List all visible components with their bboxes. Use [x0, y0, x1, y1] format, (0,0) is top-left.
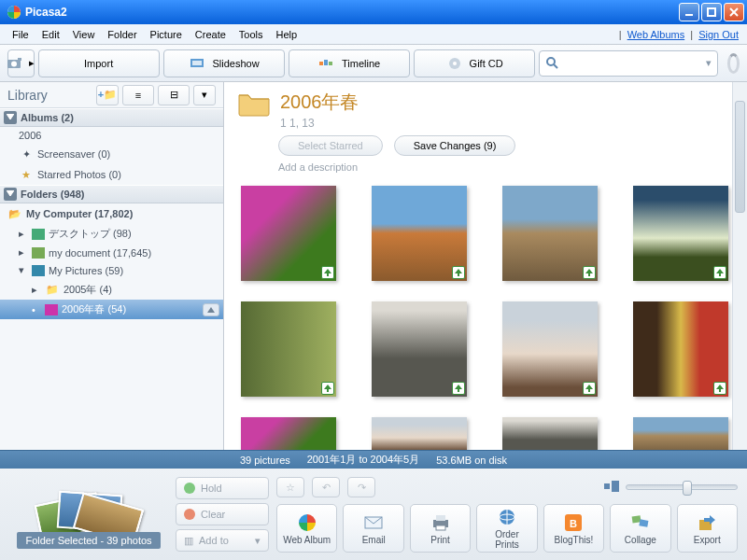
- collage-icon: [630, 512, 651, 533]
- collage-button[interactable]: Collage: [610, 504, 670, 553]
- photo-thumbnail[interactable]: [502, 417, 598, 450]
- photo-thumbnail[interactable]: [372, 301, 467, 397]
- sign-out-link[interactable]: Sign Out: [698, 29, 739, 40]
- disclosure-down-icon: [4, 111, 17, 124]
- chevron-right-icon: ▸: [19, 228, 28, 240]
- menu-create[interactable]: Create: [189, 27, 233, 42]
- sidebar-options-button[interactable]: ▾: [193, 85, 216, 105]
- close-button[interactable]: [724, 3, 744, 21]
- webalbum-button[interactable]: Web Album: [276, 504, 337, 553]
- photo-tray[interactable]: Folder Selected - 39 photos: [9, 474, 168, 554]
- albums-header-label: Albums (2): [21, 112, 74, 123]
- photo-thumbnail[interactable]: [502, 301, 598, 397]
- photo-thumbnail[interactable]: [241, 417, 336, 450]
- search-box[interactable]: ▾: [539, 50, 718, 77]
- tree-2006spring[interactable]: • 2006年春 (54): [0, 300, 223, 319]
- giftcd-button[interactable]: Gift CD: [414, 49, 535, 77]
- import-device-button[interactable]: ▸: [7, 49, 35, 77]
- tree-mydocument[interactable]: ▸ my document (17,645): [0, 244, 223, 261]
- print-button[interactable]: Print: [410, 504, 471, 553]
- search-input[interactable]: [562, 57, 702, 70]
- minimize-button[interactable]: [679, 3, 699, 21]
- photo-thumbnail[interactable]: [633, 417, 728, 450]
- upload-badge-icon: [583, 382, 596, 395]
- slideshow-button[interactable]: Slideshow: [163, 49, 285, 77]
- view-tree-button[interactable]: ⊟: [158, 85, 190, 105]
- album-year-item[interactable]: 2006: [0, 127, 223, 144]
- star-button[interactable]: ☆: [276, 477, 304, 497]
- view-flat-button[interactable]: ≡: [122, 85, 154, 105]
- folder-icon: 📁: [45, 282, 60, 297]
- timeline-button[interactable]: Timeline: [289, 49, 410, 77]
- menu-tools[interactable]: Tools: [233, 27, 270, 42]
- order-prints-button[interactable]: Order Prints: [476, 504, 537, 553]
- rotate-cw-button[interactable]: ↷: [347, 477, 375, 497]
- email-button[interactable]: Email: [343, 504, 403, 553]
- tree-my-computer[interactable]: 📂 My Computer (17,802): [0, 203, 223, 224]
- photo-thumbnail[interactable]: [372, 417, 467, 450]
- photo-thumbnail[interactable]: [633, 186, 728, 281]
- btn-label: Clear: [201, 509, 225, 520]
- svg-rect-39: [631, 515, 641, 523]
- albums-section-header[interactable]: Albums (2): [0, 108, 223, 127]
- btn-label: Add to: [199, 535, 229, 546]
- menu-folder[interactable]: Folder: [101, 27, 143, 42]
- save-changes-button[interactable]: Save Changes (9): [394, 135, 516, 156]
- svg-marker-17: [7, 114, 14, 119]
- tree-mypictures[interactable]: ▾ My Pictures (59): [0, 261, 223, 279]
- list-icon: ≡: [135, 90, 141, 101]
- maximize-button[interactable]: [701, 3, 722, 21]
- svg-marker-23: [716, 269, 724, 276]
- svg-marker-18: [7, 190, 14, 196]
- clear-button[interactable]: Clear: [176, 503, 269, 525]
- tree-2005[interactable]: ▸ 📁 2005年 (4): [0, 279, 223, 300]
- chevron-down-icon[interactable]: ▾: [706, 57, 712, 69]
- photo-thumbnail[interactable]: [502, 186, 598, 281]
- folder-description[interactable]: Add a description: [224, 161, 747, 182]
- timeline-label: Timeline: [342, 58, 380, 69]
- menu-file[interactable]: File: [6, 27, 35, 42]
- header-links: | Web Albums | Sign Out: [619, 29, 741, 40]
- slider-knob[interactable]: [683, 481, 692, 496]
- photo-thumbnail[interactable]: [372, 186, 467, 281]
- tree-label: 2005年 (4): [63, 283, 112, 297]
- tray-caption: Folder Selected - 39 photos: [17, 532, 161, 549]
- library-title: Library: [7, 88, 92, 103]
- menu-view[interactable]: View: [66, 27, 102, 42]
- disclosure-down-icon: [4, 188, 17, 201]
- scrollbar-thumb[interactable]: [735, 101, 745, 213]
- globe-icon: [497, 507, 517, 527]
- tree-desktop[interactable]: ▸ デスクトップ (98): [0, 224, 223, 244]
- rotate-ccw-button[interactable]: ↶: [312, 477, 340, 497]
- select-starred-button[interactable]: Select Starred: [278, 135, 383, 156]
- svg-marker-20: [324, 269, 331, 276]
- album-icon: ▥: [184, 535, 193, 547]
- giftcd-label: Gift CD: [470, 58, 503, 69]
- svg-marker-25: [455, 385, 462, 392]
- vertical-scrollbar[interactable]: [732, 82, 747, 450]
- menu-picture[interactable]: Picture: [144, 27, 189, 42]
- thumbnail-grid: [224, 182, 747, 450]
- album-screensaver[interactable]: ✦ Screensaver (0): [0, 144, 223, 164]
- photo-thumbnail[interactable]: [241, 186, 336, 281]
- search-icon: [545, 56, 558, 71]
- photo-thumbnail[interactable]: [241, 301, 336, 397]
- loading-spinner-icon: [727, 53, 740, 74]
- addto-button[interactable]: ▥Add to▾: [176, 529, 269, 552]
- export-button[interactable]: Export: [677, 504, 738, 553]
- btn-label: Order Prints: [495, 529, 519, 550]
- hold-button[interactable]: Hold: [176, 477, 269, 499]
- album-starred[interactable]: ★ Starred Photos (0): [0, 164, 223, 185]
- btn-label: Web Album: [283, 535, 331, 545]
- blogthis-button[interactable]: BBlogThis!: [543, 504, 604, 553]
- menu-edit[interactable]: Edit: [35, 27, 66, 42]
- menu-help[interactable]: Help: [270, 27, 304, 42]
- photo-thumbnail[interactable]: [633, 301, 728, 397]
- scroll-to-top-icon[interactable]: [203, 303, 219, 316]
- add-folder-button[interactable]: +📁: [96, 85, 119, 105]
- web-albums-link[interactable]: Web Albums: [627, 29, 685, 40]
- status-bar: 39 pictures 2001年1月 to 2004年5月 53.6MB on…: [0, 450, 747, 469]
- import-button[interactable]: Import: [38, 49, 160, 77]
- thumbnail-size-slider[interactable]: [626, 484, 738, 490]
- folders-section-header[interactable]: Folders (948): [0, 185, 223, 203]
